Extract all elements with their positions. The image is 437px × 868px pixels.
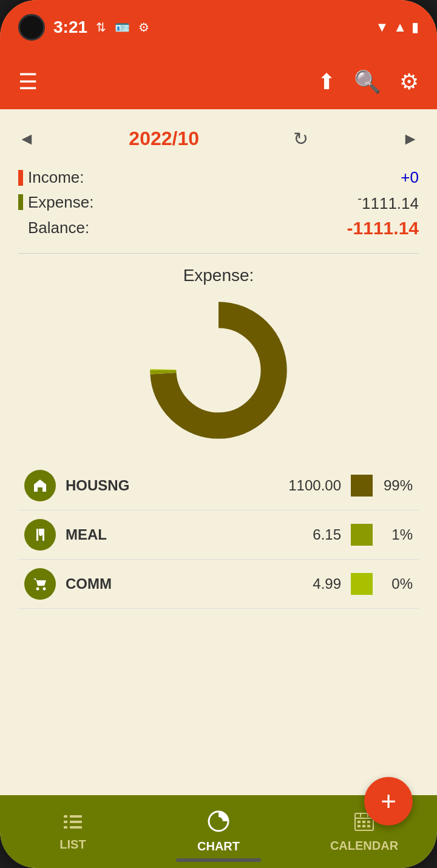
toolbar: ☰ ⬆ 🔍 ⚙ (0, 55, 437, 109)
settings-icon[interactable]: ⚙ (399, 69, 419, 95)
comm-amount: 4.99 (280, 575, 341, 592)
income-indicator (18, 170, 23, 186)
svg-rect-25 (362, 825, 365, 827)
svg-rect-12 (70, 821, 82, 823)
status-time: 3:21 (53, 18, 87, 37)
svg-point-8 (43, 587, 46, 590)
svg-rect-14 (70, 826, 82, 829)
status-sim-icon: 🪪 (115, 20, 130, 35)
balance-label: Balance: (28, 219, 89, 237)
svg-rect-10 (70, 815, 82, 818)
balance-value: -1111.14 (347, 218, 419, 239)
chart-section: Expense: (18, 266, 419, 443)
svg-rect-22 (362, 821, 365, 823)
toolbar-right: ⬆ 🔍 ⚙ (317, 69, 419, 95)
expense-label-group: Expense: (18, 193, 93, 212)
svg-rect-23 (367, 821, 370, 823)
expense-indicator (18, 194, 23, 210)
comm-color (351, 573, 373, 595)
housng-amount: 1100.00 (280, 477, 341, 494)
meal-name: MEAL (66, 526, 280, 543)
nav-chart[interactable]: CHART (170, 810, 267, 853)
donut-svg (146, 297, 291, 443)
status-settings-icon: ⚙ (138, 20, 149, 35)
upload-icon[interactable]: ⬆ (317, 69, 336, 95)
phone-screen: 3:21 ⇅ 🪪 ⚙ ▼ ▲ ▮ ☰ ⬆ 🔍 ⚙ ◄ (0, 0, 437, 868)
phone-frame: 3:21 ⇅ 🪪 ⚙ ▼ ▲ ▮ ☰ ⬆ 🔍 ⚙ ◄ (0, 0, 437, 868)
prev-month-button[interactable]: ◄ (18, 129, 35, 149)
signal-icon: ▲ (393, 19, 407, 35)
nav-list[interactable]: LIST (24, 812, 121, 852)
next-month-button[interactable]: ► (402, 129, 419, 149)
comm-name: COMM (66, 575, 280, 592)
income-label: Income: (28, 168, 84, 187)
svg-point-16 (214, 817, 223, 826)
refresh-button[interactable]: ↻ (293, 128, 308, 149)
housng-percent: 99% (382, 477, 413, 494)
status-bar: 3:21 ⇅ 🪪 ⚙ ▼ ▲ ▮ (0, 0, 437, 55)
month-nav: ◄ 2022/10 ↻ ► (18, 121, 419, 156)
menu-icon[interactable]: ☰ (18, 69, 38, 95)
comm-icon (24, 568, 56, 600)
camera-dot (18, 14, 45, 41)
housng-icon (24, 470, 56, 501)
add-fab-button[interactable]: + (364, 777, 413, 826)
chart-nav-label: CHART (197, 839, 240, 853)
balance-label-group: Balance: (18, 219, 89, 237)
svg-rect-5 (36, 529, 38, 541)
status-icons: ▼ ▲ ▮ (375, 19, 419, 35)
status-left: 3:21 ⇅ 🪪 ⚙ (18, 14, 149, 41)
expense-value: -1111.14 (357, 192, 419, 213)
housng-color (351, 475, 373, 497)
list-item: MEAL 6.15 1% (18, 510, 419, 560)
income-row: Income: +0 (18, 168, 419, 187)
donut-chart (146, 297, 291, 443)
bottom-nav: LIST CHART (0, 795, 437, 868)
comm-percent: 0% (382, 575, 413, 592)
legend-section: HOUSNG 1100.00 99% MEAL 6.15 (18, 461, 419, 609)
meal-color (351, 524, 373, 546)
current-month-label: 2022/10 (129, 127, 199, 150)
meal-amount: 6.15 (280, 526, 341, 543)
expense-row: Expense: -1111.14 (18, 192, 419, 213)
income-value: +0 (401, 168, 419, 187)
income-label-group: Income: (18, 168, 84, 187)
balance-row: Balance: -1111.14 (18, 218, 419, 239)
summary-section: Income: +0 Expense: -1111.14 Balance: (18, 168, 419, 254)
svg-rect-6 (42, 529, 44, 541)
wifi-icon: ▼ (375, 19, 388, 35)
main-content: ◄ 2022/10 ↻ ► Income: +0 Expense: (0, 109, 437, 795)
meal-percent: 1% (382, 526, 413, 543)
status-data-icon: ⇅ (96, 20, 106, 35)
housng-name: HOUSNG (66, 477, 280, 494)
battery-icon: ▮ (412, 19, 419, 35)
meal-icon (24, 519, 56, 551)
svg-rect-4 (38, 482, 42, 486)
list-nav-label: LIST (59, 838, 86, 852)
list-nav-icon (63, 812, 83, 835)
chart-title: Expense: (183, 266, 254, 285)
list-item: HOUSNG 1100.00 99% (18, 461, 419, 510)
svg-rect-11 (64, 821, 67, 823)
svg-rect-24 (357, 825, 361, 827)
chart-nav-icon (208, 810, 229, 837)
list-item: COMM 4.99 0% (18, 560, 419, 609)
svg-rect-26 (367, 825, 370, 827)
svg-point-7 (36, 587, 39, 590)
search-icon[interactable]: 🔍 (354, 69, 381, 95)
expense-label: Expense: (28, 193, 93, 212)
svg-rect-13 (64, 826, 67, 829)
home-indicator (176, 858, 261, 862)
svg-rect-9 (64, 815, 67, 818)
calendar-nav-label: CALENDAR (330, 839, 398, 853)
svg-rect-21 (357, 821, 361, 823)
